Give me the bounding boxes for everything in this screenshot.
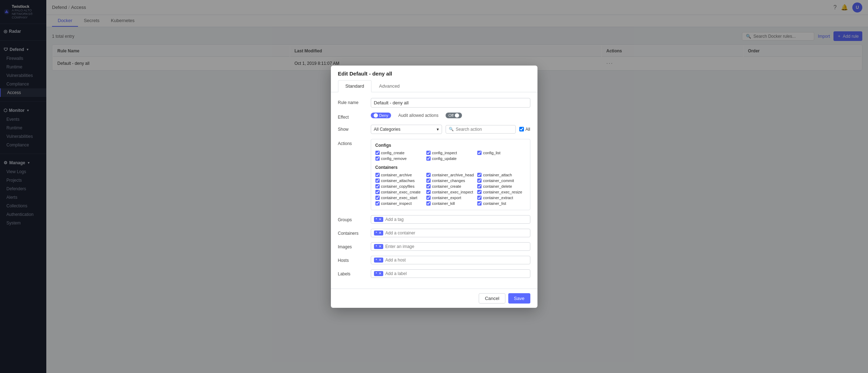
- toggle-dot-2: [455, 113, 459, 118]
- hosts-control: * ✕: [371, 256, 530, 264]
- images-tag-input[interactable]: * ✕: [371, 242, 530, 251]
- action-container-delete: container_delete: [477, 184, 525, 188]
- toggle-dot: [374, 113, 378, 118]
- images-tag-remove[interactable]: ✕: [379, 244, 381, 248]
- action-container-exec-start: container_exec_start: [375, 196, 423, 200]
- configs-section-title: Configs: [375, 143, 526, 148]
- hosts-tag-remove[interactable]: ✕: [379, 258, 381, 262]
- action-container-copyfiles: container_copyfiles: [375, 184, 423, 188]
- groups-tag-remove[interactable]: ✕: [379, 217, 381, 221]
- all-label: All: [525, 127, 530, 132]
- show-control: All Categories ▾ 🔍 All: [371, 125, 530, 134]
- images-input[interactable]: [385, 244, 527, 249]
- hosts-tag: * ✕: [374, 258, 383, 263]
- action-container-attachws: container_attachws: [375, 178, 423, 183]
- action-container-commit: container_commit: [477, 178, 525, 183]
- containers-tag: * ✕: [374, 230, 383, 235]
- action-container-create: container_create: [426, 184, 474, 188]
- modal-header: Edit Default - deny all Standard Advance…: [331, 66, 537, 92]
- action-config-list: config_list: [477, 151, 525, 155]
- cancel-button[interactable]: Cancel: [479, 293, 505, 304]
- actions-area: Configs config_create config_inspect con…: [371, 139, 530, 210]
- labels-label: Labels: [338, 269, 367, 276]
- labels-tag-input[interactable]: * ✕: [371, 269, 530, 278]
- images-tag: * ✕: [374, 244, 383, 249]
- labels-control: * ✕: [371, 269, 530, 278]
- action-container-inspect: container_inspect: [375, 201, 423, 206]
- action-config-create: config_create: [375, 151, 423, 155]
- images-label: Images: [338, 242, 367, 249]
- containers-field-control: * ✕: [371, 229, 530, 237]
- effect-label: Effect: [338, 113, 367, 120]
- action-container-attach: container_attach: [477, 173, 525, 177]
- hosts-tag-input[interactable]: * ✕: [371, 256, 530, 264]
- actions-label: Actions: [338, 139, 367, 146]
- groups-tag: * ✕: [374, 217, 383, 222]
- containers-field-label: Containers: [338, 229, 367, 236]
- search-action-input[interactable]: [456, 127, 513, 132]
- all-checkbox[interactable]: All: [519, 127, 530, 132]
- deny-toggle[interactable]: Deny: [371, 113, 391, 118]
- hosts-input[interactable]: [385, 258, 527, 263]
- groups-input[interactable]: [385, 217, 527, 222]
- rule-name-control: [371, 98, 530, 108]
- effect-toggle[interactable]: Deny: [371, 113, 391, 118]
- containers-grid: container_archive container_archive_head…: [375, 173, 526, 206]
- search-action-box[interactable]: 🔍: [446, 125, 516, 134]
- action-container-list: container_list: [477, 201, 525, 206]
- labels-tag: * ✕: [374, 271, 383, 276]
- labels-input[interactable]: [385, 271, 527, 276]
- modal-footer: Cancel Save: [331, 289, 537, 308]
- action-container-exec-resize: container_exec_resize: [477, 190, 525, 194]
- images-row: Images * ✕: [338, 242, 530, 251]
- action-container-exec-inspect: container_exec_inspect: [426, 190, 474, 194]
- actions-control: Configs config_create config_inspect con…: [371, 139, 530, 210]
- groups-tag-input[interactable]: * ✕: [371, 215, 530, 224]
- groups-label: Groups: [338, 215, 367, 222]
- modal-body: Rule name Effect Deny Audit allowed acti…: [331, 92, 537, 289]
- action-config-remove: config_remove: [375, 156, 423, 161]
- all-checkbox-input[interactable]: [519, 127, 524, 131]
- modal-tab-bar: Standard Advanced: [338, 80, 530, 92]
- deny-label: Deny: [379, 113, 389, 118]
- modal-tab-standard[interactable]: Standard: [338, 80, 372, 92]
- effect-control: Deny Audit allowed actions Off: [371, 113, 530, 118]
- show-label: Show: [338, 125, 367, 132]
- search-action-icon: 🔍: [449, 127, 454, 131]
- effect-row: Effect Deny Audit allowed actions Off: [338, 113, 530, 120]
- rule-name-row: Rule name: [338, 98, 530, 108]
- save-button[interactable]: Save: [508, 293, 530, 304]
- action-container-archive-head: container_archive_head: [426, 173, 474, 177]
- containers-tag-input[interactable]: * ✕: [371, 229, 530, 237]
- containers-row: Containers * ✕: [338, 229, 530, 237]
- action-config-inspect: config_inspect: [426, 151, 474, 155]
- action-container-export: container_export: [426, 196, 474, 200]
- containers-section-title: Containers: [375, 165, 526, 170]
- containers-tag-remove[interactable]: ✕: [379, 231, 381, 235]
- action-container-extract: container_extract: [477, 196, 525, 200]
- dropdown-arrow: ▾: [437, 127, 439, 132]
- rule-name-input[interactable]: [371, 98, 530, 108]
- audit-value: Off: [448, 113, 453, 118]
- containers-input[interactable]: [385, 230, 527, 235]
- actions-row: Actions Configs config_create config_ins…: [338, 139, 530, 210]
- audit-toggle[interactable]: Off: [446, 113, 462, 118]
- rule-name-label: Rule name: [338, 98, 367, 105]
- labels-row: Labels * ✕: [338, 269, 530, 278]
- groups-row: Groups * ✕: [338, 215, 530, 224]
- modal-tab-advanced[interactable]: Advanced: [371, 80, 407, 92]
- action-container-changes: container_changes: [426, 178, 474, 183]
- audit-label: Audit allowed actions: [398, 113, 438, 118]
- action-config-update: config_update: [426, 156, 474, 161]
- action-container-kill: container_kill: [426, 201, 474, 206]
- show-value: All Categories: [374, 127, 401, 132]
- groups-control: * ✕: [371, 215, 530, 224]
- show-row: Show All Categories ▾ 🔍 All: [338, 125, 530, 134]
- modal-overlay: Edit Default - deny all Standard Advance…: [0, 0, 868, 373]
- modal-title: Edit Default - deny all: [338, 71, 530, 77]
- labels-tag-remove[interactable]: ✕: [379, 271, 381, 275]
- show-dropdown[interactable]: All Categories ▾: [371, 125, 442, 134]
- images-control: * ✕: [371, 242, 530, 251]
- action-container-exec-create: container_exec_create: [375, 190, 423, 194]
- configs-grid: config_create config_inspect config_list…: [375, 151, 526, 161]
